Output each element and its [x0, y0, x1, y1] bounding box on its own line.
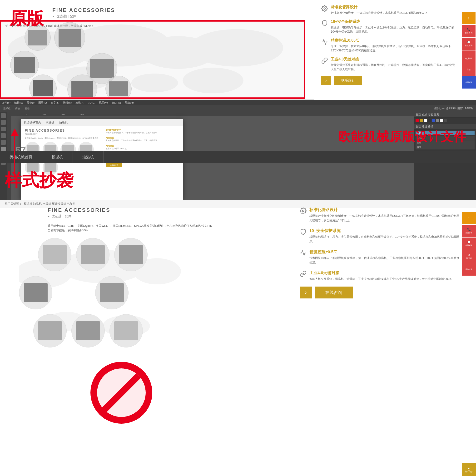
- ps-tool-brush[interactable]: [1, 127, 6, 131]
- ps-mini-fine-title: FINE ACCESSORIES: [25, 129, 101, 132]
- red-arrowhead: [11, 129, 18, 136]
- feature-precision-title: 精度控温±0.05℃: [331, 38, 457, 43]
- gear-icon: [321, 5, 328, 12]
- feature-industry40-content: 工业4.0无缝对接 智能化温控系统定制远程通讯，物联网控制、云端监控、数据存储功…: [331, 57, 457, 71]
- bottom-product-img-2: [81, 245, 105, 264]
- bp-row2: [19, 276, 129, 309]
- ps-menu-select[interactable]: 选择(S): [63, 101, 72, 104]
- hot-keywords-bar: 热门关键词： 模温机 油温机 水温机 压铸模温机 电加热: [0, 200, 476, 208]
- ps-mini-feat3-title: 精准控温: [106, 144, 179, 148]
- top-section: 原版 FINE ACCESSORIES 优选进口配件 炉、工业冷水机可实现加热/…: [0, 0, 476, 100]
- ps-menu-help[interactable]: 帮助(H): [125, 101, 134, 104]
- nav-item-oil[interactable]: 油温机: [73, 151, 103, 163]
- bottom-sidebar-orange[interactable]: ↑: [462, 212, 476, 224]
- product-image-6: [71, 81, 93, 98]
- bottom-sidebar-phone[interactable]: 📞 欢迎咨询: [462, 225, 476, 237]
- ps-menu-layer[interactable]: 图层(L): [38, 101, 47, 104]
- ps-menu-text[interactable]: 文字(T): [51, 101, 59, 104]
- ps-tool-eraser[interactable]: [1, 133, 6, 138]
- swatch-blue[interactable]: [432, 119, 435, 122]
- swatch-red[interactable]: [416, 119, 419, 122]
- swatch-white[interactable]: [424, 119, 427, 122]
- sidebar-qq-btn[interactable]: Q QQ咨询: [462, 51, 476, 63]
- ps-mini-feature-1: 标准化管路设计 一体式标准管道设计，介于各行行业气动平台，空压汽车空气: [106, 129, 179, 134]
- ps-layer-bg[interactable]: 背景: [416, 145, 475, 150]
- ps-toolbar-btn2[interactable]: 变换: [14, 106, 21, 111]
- product-image-3: [14, 57, 35, 73]
- feature-item-industry40: 工业4.0无缝对接 智能化温控系统定制远程通讯，物联网控制、云端监控、数据存储功…: [321, 57, 457, 71]
- ps-menu-window[interactable]: 窗口(W): [112, 101, 121, 104]
- top-header-logo: FINE ACCESSORIES 优选进口配件: [52, 7, 115, 18]
- to-top-button[interactable]: ▲ to Top: [462, 463, 476, 476]
- ps-toolbar-btn3[interactable]: 容差: [23, 106, 31, 111]
- ps-mini-canvas-header: 奥德机械首页 模温机 油温机: [21, 119, 183, 126]
- bottom-consult-btn[interactable]: 在线咨询: [315, 287, 353, 298]
- ps-toolbar-btn1[interactable]: 选择栏: [2, 106, 12, 111]
- bottom-product-img-6: [38, 321, 62, 340]
- ps-tool-crop[interactable]: [1, 120, 6, 125]
- product-circle-2: [54, 22, 85, 53]
- top-contact-btn[interactable]: 联系我们: [334, 76, 362, 85]
- product-circle-6: [67, 74, 97, 98]
- nav-item-mowenjii[interactable]: 模温机: [42, 151, 73, 163]
- top-right-sidebar: ↑ 📞 欢迎咨询 💬 在线咨询 Q QQ咨询 回馈 在线咨询: [462, 12, 476, 88]
- ps-mini-feat1-title: 标准化管路设计: [106, 129, 179, 132]
- ps-menu-filter[interactable]: 滤镜(R): [75, 101, 84, 104]
- ps-mini-feature-2: 精度控温 电加热导热油炉，工业冷水机全系标配温度、压力，故障显示。: [106, 136, 179, 142]
- ps-menu-file[interactable]: 文件(F): [2, 101, 11, 104]
- bottom-sidebar-chat[interactable]: 💬 在线咨询: [462, 238, 476, 250]
- bottom-feat-pipeline-desc: 模温机行业标准化制造制造者，一体式标准管道设计，水温机采用SUS304不锈钢管，…: [309, 214, 462, 223]
- bottom-sidebar-feedback[interactable]: 回馈建议: [462, 263, 476, 276]
- bp-row1: [38, 238, 148, 271]
- ps-tool-text[interactable]: [1, 147, 6, 151]
- hot-keywords-label: 热门关键词：: [5, 202, 22, 206]
- ps-panel-color-header: 颜色 色板 渐变 图案: [414, 112, 476, 118]
- bottom-section: 热门关键词： 模温机 油温机 水温机 压铸模温机 电加热 FINE ACCESS…: [0, 200, 476, 476]
- product-circle-7: [105, 76, 132, 98]
- swatch-gold[interactable]: [420, 119, 423, 122]
- ps-canvas-info: 模温机.psd @ 65.5% (图层3, RGB/8): [432, 106, 474, 111]
- bottom-cta-arrow-btn[interactable]: ›: [300, 287, 312, 298]
- feature-precision-desc: 专注工业温控，技术团队8年以上的模温机研发经验，新1代油温机、水温机、冷水机可实…: [331, 44, 457, 52]
- sidebar-blue-btn[interactable]: 在线咨询: [462, 76, 476, 88]
- bottom-feature-safety-content: 10+安全保护系统 模温机标配温度、压力、液位异常监测，自动断电和低压干燥保护、…: [309, 228, 462, 244]
- ps-menu-edit[interactable]: 编辑(E): [14, 101, 23, 104]
- bottom-feat-precision-title: 精度控温±0.5℃: [309, 249, 462, 255]
- swatch-mid[interactable]: [444, 119, 447, 122]
- chart-icon: [321, 38, 328, 45]
- bottom-feat-pipeline-title: 标准化管路设计: [309, 207, 462, 213]
- sidebar-chat-btn[interactable]: 💬 在线咨询: [462, 38, 476, 50]
- ps-toolbar: 选择栏 变换 容差 模温机.psd @ 65.5% (图层3, RGB/8): [0, 105, 476, 112]
- ps-tool-select[interactable]: [1, 113, 6, 118]
- ps-mini-nav2: 模温机: [46, 120, 54, 124]
- nav-bar: 奥德机械首页 模温机 油温机: [0, 151, 476, 163]
- bottom-feature-industry40-content: 工业4.0无缝对接 智能人机交互系统，模温机、油温机、工业冷水机制功能实现与工业…: [309, 270, 454, 281]
- swatch-gray[interactable]: [436, 119, 439, 122]
- ps-mini-feat2-desc: 电加热导热油炉，工业冷水机全系标配温度、压力，故障显示。: [106, 139, 179, 142]
- ps-red-title: 欧能机械原版设计文件: [338, 129, 466, 145]
- bottom-product-8: [109, 314, 143, 347]
- sidebar-feedback-btn[interactable]: 回馈: [462, 63, 476, 76]
- bottom-feature-precision: 精度控温±0.5℃ 技术团队15年以上的模温机研发经验，第三代油温机和水温机、工…: [300, 249, 462, 265]
- ps-mini-nav3: 油温机: [59, 120, 68, 124]
- feature-safety-desc: 模温机、电加热导热油炉、工业冷水机全系标配温度、压力、液位监测、自动断电、高/低…: [331, 25, 457, 34]
- ps-menu-view[interactable]: 视图(V): [99, 101, 108, 104]
- ps-mini-intro: 采用瑞士ABB、Carlo、美国Crydom、英国WEST、德国SIEMENS、…: [25, 137, 101, 139]
- sidebar-orange-btn[interactable]: ↑: [462, 12, 476, 24]
- ps-menu-3d[interactable]: 3D(D): [88, 101, 95, 104]
- swatch-dark[interactable]: [428, 119, 431, 122]
- sidebar-phone-btn[interactable]: 📞 欢迎咨询: [462, 25, 476, 37]
- ps-tool-pen[interactable]: [1, 140, 6, 145]
- bottom-sidebar-qq[interactable]: Q QQ咨询: [462, 250, 476, 263]
- bottom-product-img-3: [119, 245, 143, 264]
- swatch-light[interactable]: [440, 119, 443, 122]
- top-cta-arrow-btn[interactable]: ›: [321, 76, 331, 85]
- feature-industry40-desc: 智能化温控系统定制远程通讯，物联网控制、云端监控、数据存储功能，可实现与工业4.…: [331, 63, 457, 71]
- fine-accessories-title: FINE ACCESSORIES: [52, 7, 115, 13]
- ps-menu-image[interactable]: 图像(I): [27, 101, 34, 104]
- bottom-feat-precision-desc: 技术团队15年以上的模温机研发经验，第三代油温机和水温机、工业冷水机系列可实现-…: [309, 256, 462, 265]
- bottom-header: FINE ACCESSORIES 优选进口配件: [48, 207, 110, 219]
- ps-color-swatches: [414, 118, 476, 124]
- bottom-product-5: [95, 276, 129, 309]
- nav-item-home[interactable]: 奥德机械首页: [0, 151, 42, 163]
